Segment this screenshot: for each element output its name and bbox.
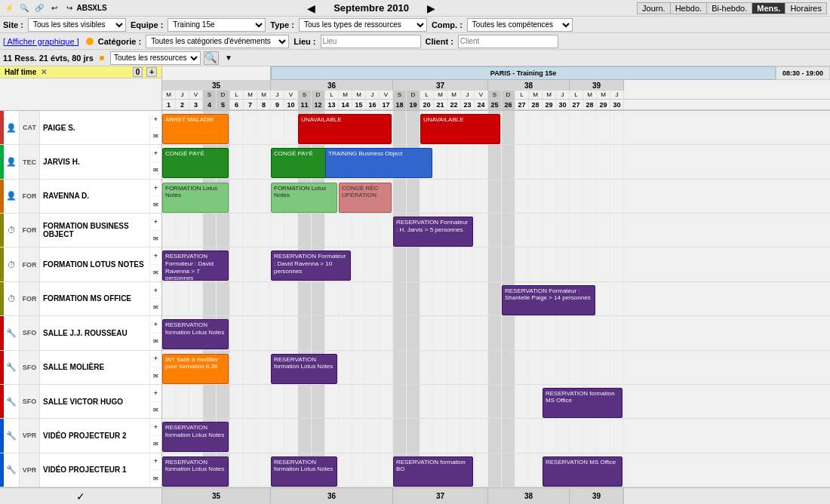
cell-0-29[interactable]	[556, 111, 570, 144]
cell-8-19[interactable]	[420, 385, 434, 418]
cell-0-33[interactable]	[610, 111, 624, 144]
cell-9-29[interactable]	[556, 419, 570, 452]
halftime-close[interactable]: ✕	[41, 68, 47, 76]
cell-4-21[interactable]	[447, 247, 461, 281]
cell-9-24[interactable]	[488, 419, 502, 452]
cell-3-7[interactable]	[257, 214, 271, 247]
day-num-18[interactable]: 19	[407, 100, 420, 109]
cell-6-28[interactable]	[543, 316, 556, 349]
cell-4-31[interactable]	[583, 247, 597, 281]
cell-2-18[interactable]	[407, 180, 420, 213]
cell-7-6[interactable]	[244, 351, 257, 384]
event-10-1[interactable]: RESERVATION formation Lotus Notes	[271, 456, 337, 487]
cell-7-21[interactable]	[447, 351, 461, 384]
cell-6-7[interactable]	[257, 316, 271, 349]
cell-5-9[interactable]	[284, 282, 298, 315]
add-btn-7[interactable]: +	[150, 351, 161, 368]
cell-8-18[interactable]	[407, 385, 420, 418]
cell-8-12[interactable]	[325, 385, 339, 418]
cell-5-15[interactable]	[366, 282, 380, 315]
cell-5-10[interactable]	[298, 282, 312, 315]
cell-8-21[interactable]	[447, 385, 461, 418]
cell-5-16[interactable]	[380, 282, 393, 315]
event-8-0[interactable]: RESERVATION formation MS Office	[543, 388, 622, 418]
cell-10-15[interactable]	[366, 453, 380, 487]
cell-8-10[interactable]	[298, 385, 312, 418]
cell-6-16[interactable]	[380, 316, 393, 349]
cell-4-6[interactable]	[244, 247, 257, 281]
view-bihebdo[interactable]: Bi-hebdo.	[706, 2, 752, 14]
cell-5-11[interactable]	[312, 282, 325, 315]
event-0-2[interactable]: UNAVAILABLE	[420, 114, 500, 144]
day-num-6[interactable]: 7	[244, 100, 257, 109]
day-num-14[interactable]: 15	[352, 100, 366, 109]
cell-1-25[interactable]	[502, 145, 515, 178]
cell-6-26[interactable]	[515, 316, 529, 349]
cell-8-15[interactable]	[366, 385, 380, 418]
cell-6-20[interactable]	[434, 316, 447, 349]
add-btn-2[interactable]: +	[150, 180, 161, 197]
cell-3-32[interactable]	[597, 214, 610, 247]
cell-7-7[interactable]	[257, 351, 271, 384]
cell-7-16[interactable]	[380, 351, 393, 384]
cell-6-24[interactable]	[488, 316, 502, 349]
cell-7-13[interactable]	[339, 351, 352, 384]
cell-5-5[interactable]	[230, 282, 244, 315]
event-10-2[interactable]: RESERVATION formation BO	[393, 456, 473, 487]
cell-10-13[interactable]	[339, 453, 352, 487]
cell-9-16[interactable]	[380, 419, 393, 452]
cell-7-22[interactable]	[461, 351, 475, 384]
view-hebdo[interactable]: Hebdo.	[670, 2, 706, 14]
cell-8-25[interactable]	[502, 385, 515, 418]
cell-2-27[interactable]	[529, 180, 543, 213]
cell-6-23[interactable]	[475, 316, 488, 349]
cell-9-15[interactable]	[366, 419, 380, 452]
cell-4-16[interactable]	[380, 247, 393, 281]
cell-7-15[interactable]	[366, 351, 380, 384]
day-num-5[interactable]: 6	[230, 100, 244, 109]
cell-10-7[interactable]	[257, 453, 271, 487]
toolbar-xls[interactable]: XLS	[94, 2, 106, 14]
cell-4-20[interactable]	[434, 247, 447, 281]
cell-7-24[interactable]	[488, 351, 502, 384]
toolbar-icon-undo[interactable]: ↩	[48, 2, 60, 14]
cell-2-28[interactable]	[543, 180, 556, 213]
day-num-29[interactable]: 30	[556, 100, 570, 109]
cell-8-1[interactable]	[176, 385, 189, 418]
day-num-7[interactable]: 8	[257, 100, 271, 109]
day-num-28[interactable]: 29	[543, 100, 556, 109]
day-num-27[interactable]: 28	[529, 100, 543, 109]
cell-7-18[interactable]	[407, 351, 420, 384]
cell-3-10[interactable]	[298, 214, 312, 247]
cell-0-30[interactable]	[570, 111, 583, 144]
cell-0-7[interactable]	[257, 111, 271, 144]
cell-5-12[interactable]	[325, 282, 339, 315]
cell-5-6[interactable]	[244, 282, 257, 315]
event-2-0[interactable]: FORMATION Lotus Notes	[162, 183, 229, 213]
cell-8-14[interactable]	[352, 385, 366, 418]
day-num-33[interactable]: 30	[610, 100, 624, 109]
day-num-30[interactable]: 27	[570, 100, 583, 109]
cell-8-7[interactable]	[257, 385, 271, 418]
cell-3-28[interactable]	[543, 214, 556, 247]
cell-2-7[interactable]	[257, 180, 271, 213]
cell-5-3[interactable]	[203, 282, 217, 315]
plus-btn[interactable]: +	[146, 67, 157, 77]
cell-3-14[interactable]	[352, 214, 366, 247]
mail-btn-1[interactable]: ✉	[150, 162, 161, 179]
cell-5-7[interactable]	[257, 282, 271, 315]
cell-6-30[interactable]	[570, 316, 583, 349]
equipe-select[interactable]: Training 15e	[168, 18, 266, 32]
day-num-20[interactable]: 21	[434, 100, 447, 109]
cell-9-19[interactable]	[420, 419, 434, 452]
event-0-0[interactable]: ARRET MALADIE	[162, 114, 229, 144]
cell-10-23[interactable]	[475, 453, 488, 487]
cell-8-11[interactable]	[312, 385, 325, 418]
cell-1-32[interactable]	[597, 145, 610, 178]
cell-9-23[interactable]	[475, 419, 488, 452]
cell-7-5[interactable]	[230, 351, 244, 384]
toolbar-icon-search[interactable]: 🔍	[18, 2, 30, 14]
cell-0-17[interactable]	[393, 111, 407, 144]
cell-1-31[interactable]	[583, 145, 597, 178]
view-journ[interactable]: Journ.	[637, 2, 670, 14]
